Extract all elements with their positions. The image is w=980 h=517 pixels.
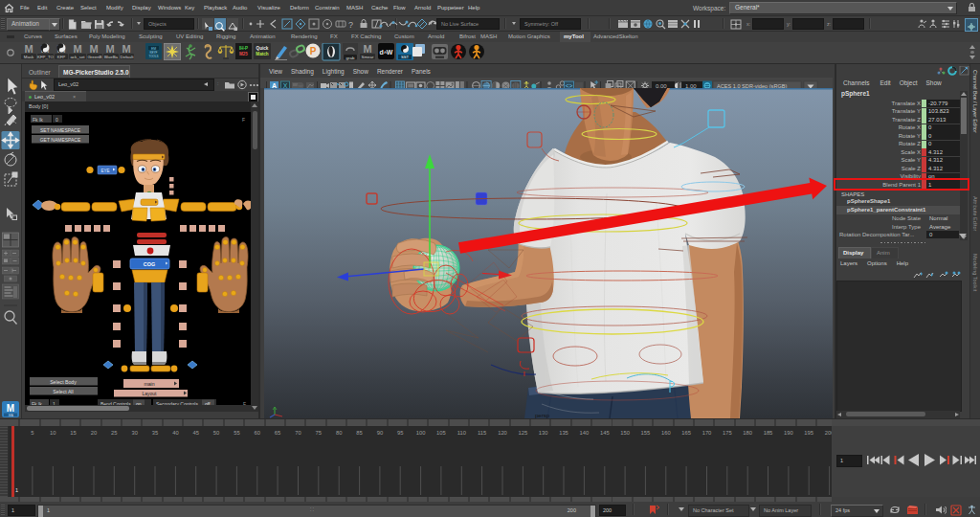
svg-text:BlueBa: BlueBa: [104, 55, 119, 59]
svg-text:M: M: [363, 43, 371, 55]
svg-text:130: 130: [539, 430, 548, 436]
svg-text:GET NAMESPACE: GET NAMESPACE: [40, 137, 81, 143]
svg-text:SET NAMESPACE: SET NAMESPACE: [40, 127, 81, 133]
svg-text:170: 170: [702, 430, 712, 436]
svg-text:145: 145: [600, 430, 610, 436]
svg-text:.MA: .MA: [8, 414, 14, 417]
svg-text:65: 65: [275, 430, 280, 436]
svg-text:95: 95: [397, 430, 403, 436]
svg-text:185: 185: [764, 430, 773, 436]
svg-text:10: 10: [50, 430, 56, 436]
svg-text:Fk Ik: Fk Ik: [33, 117, 43, 123]
svg-text:Mask: Mask: [24, 55, 34, 59]
svg-text:115: 115: [478, 430, 486, 436]
svg-text:P: P: [310, 46, 317, 56]
svg-text:150: 150: [620, 430, 630, 436]
svg-text:?: ?: [348, 20, 353, 30]
svg-text:F: F: [242, 117, 245, 123]
svg-text:140: 140: [580, 430, 590, 436]
svg-text:25: 25: [111, 430, 117, 436]
svg-text:40: 40: [172, 430, 178, 436]
svg-text:SST: SST: [401, 55, 410, 59]
svg-text:KFP_TO: KFP_TO: [37, 55, 55, 59]
svg-text:M: M: [24, 43, 33, 55]
svg-text:155: 155: [641, 430, 651, 436]
svg-text:Default: Default: [121, 55, 135, 59]
svg-text:d^W: d^W: [380, 49, 393, 56]
svg-text:main: main: [144, 381, 154, 387]
svg-text:60: 60: [255, 430, 260, 436]
svg-text:M: M: [7, 403, 14, 414]
svg-text:120: 120: [498, 430, 507, 436]
svg-text:110: 110: [457, 430, 466, 436]
svg-text:Select Body: Select Body: [50, 379, 77, 385]
svg-text:135: 135: [559, 430, 568, 436]
svg-text:M: M: [89, 43, 98, 55]
svg-text:COG: COG: [144, 261, 155, 267]
svg-text:grab: grab: [346, 56, 355, 60]
svg-text:15: 15: [70, 430, 76, 436]
svg-text:Layout: Layout: [142, 391, 157, 396]
svg-text:175: 175: [723, 430, 732, 436]
svg-text:TOOLS: TOOLS: [148, 55, 158, 58]
svg-text:ack_set: ack_set: [70, 55, 85, 59]
svg-text:75: 75: [316, 430, 322, 436]
svg-text:0: 0: [56, 117, 58, 123]
svg-text:105: 105: [436, 430, 446, 436]
svg-text:55: 55: [234, 430, 239, 436]
svg-text:45: 45: [192, 430, 198, 436]
svg-text:80: 80: [336, 430, 342, 436]
svg-text:85: 85: [356, 430, 362, 436]
svg-text:Smear: Smear: [362, 55, 374, 59]
svg-text:160: 160: [661, 430, 671, 436]
svg-text:35: 35: [152, 430, 158, 436]
svg-text:M25: M25: [239, 52, 248, 56]
svg-text:5: 5: [31, 430, 33, 436]
svg-text:125: 125: [519, 430, 528, 436]
svg-text:195: 195: [804, 430, 813, 436]
svg-text:M: M: [122, 43, 130, 55]
svg-text:M: M: [105, 43, 114, 55]
svg-text:50: 50: [213, 430, 219, 436]
svg-text:30: 30: [131, 430, 137, 436]
svg-text:165: 165: [681, 430, 691, 436]
svg-text:KFP: KFP: [57, 55, 66, 59]
svg-text:Select All: Select All: [53, 389, 73, 394]
svg-text:190: 190: [784, 430, 793, 436]
svg-text:20: 20: [91, 430, 97, 436]
svg-text:200: 200: [825, 430, 832, 436]
svg-text:Quick: Quick: [256, 46, 269, 51]
svg-text:90: 90: [377, 430, 383, 436]
svg-text:GreenB: GreenB: [87, 55, 101, 59]
svg-text:100: 100: [416, 430, 426, 436]
svg-text:IH-P: IH-P: [239, 46, 248, 51]
svg-text:M: M: [73, 43, 81, 55]
svg-text:70: 70: [295, 430, 301, 436]
svg-text:180: 180: [743, 430, 752, 436]
svg-text:Match: Match: [256, 52, 268, 56]
svg-text:EYE: EYE: [100, 169, 109, 173]
